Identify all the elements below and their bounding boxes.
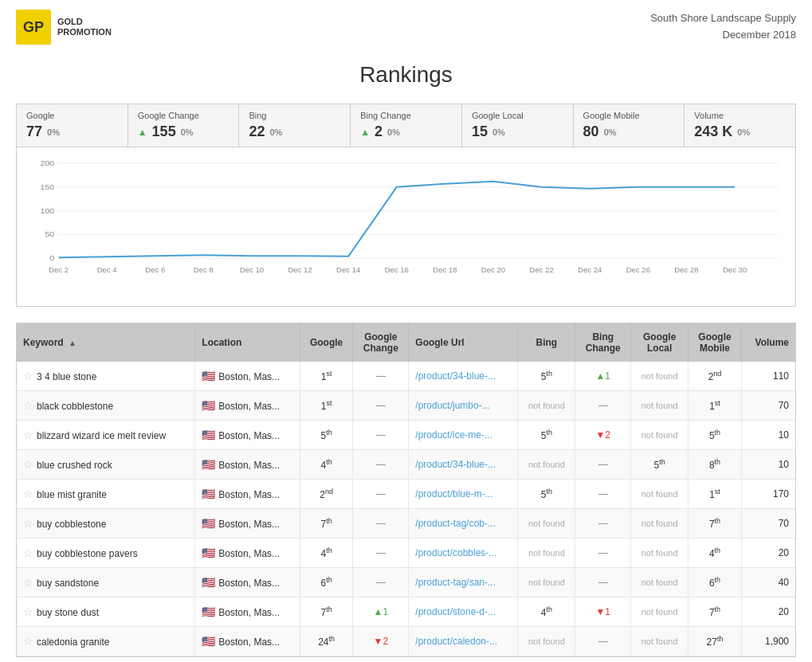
td-location-6: 🇺🇸Boston, Mas... xyxy=(195,539,300,568)
svg-text:Dec 22: Dec 22 xyxy=(529,266,553,274)
svg-text:Dec 4: Dec 4 xyxy=(97,266,117,274)
td-bing-change-5: — xyxy=(575,509,631,539)
svg-text:0: 0 xyxy=(49,253,54,262)
td-keyword-5: ☆buy cobblestone xyxy=(17,509,195,539)
google-local-not-found-1: not found xyxy=(641,401,678,410)
td-google-mobile-9: 27th xyxy=(688,627,742,656)
td-keyword-3: ☆blue crushed rock xyxy=(17,450,195,480)
stat-item-0: Google770% xyxy=(17,104,128,147)
flag-icon-6: 🇺🇸 xyxy=(202,546,215,559)
change-dash-2: — xyxy=(376,429,386,441)
svg-text:Dec 14: Dec 14 xyxy=(336,266,360,274)
td-google-url-3: /product/34-blue-... xyxy=(409,450,518,480)
change-dash-5: — xyxy=(376,518,386,529)
star-icon-6[interactable]: ☆ xyxy=(23,546,33,559)
logo-text: GOLD PROMOTION xyxy=(57,17,112,37)
google-local-not-found-9: not found xyxy=(641,637,678,646)
logo: GP GOLD PROMOTION xyxy=(16,10,112,45)
change-dash-6: — xyxy=(376,547,386,558)
td-keyword-0: ☆3 4 blue stone xyxy=(17,362,195,391)
change-dash-3: — xyxy=(376,459,386,470)
td-google-local-6: not found xyxy=(631,539,688,568)
td-location-3: 🇺🇸Boston, Mas... xyxy=(195,450,300,480)
svg-text:100: 100 xyxy=(40,206,54,215)
stat-item-5: Google Mobile800% xyxy=(574,104,685,147)
flag-icon-7: 🇺🇸 xyxy=(202,576,215,589)
star-icon-8[interactable]: ☆ xyxy=(23,605,33,618)
google-local-not-found-2: not found xyxy=(641,430,678,440)
svg-text:Dec 6: Dec 6 xyxy=(145,266,165,274)
table-row: ☆buy stone dust🇺🇸Boston, Mas...7th▲1/pro… xyxy=(17,597,795,627)
svg-text:Dec 20: Dec 20 xyxy=(481,266,505,274)
td-bing-change-9: — xyxy=(575,627,631,656)
star-icon-7[interactable]: ☆ xyxy=(23,576,33,589)
bing-not-found-1: not found xyxy=(528,401,565,410)
td-google-local-4: not found xyxy=(631,480,688,509)
td-google-local-0: not found xyxy=(631,362,688,391)
google-local-not-found-5: not found xyxy=(641,519,678,528)
td-google-local-3: 5th xyxy=(631,450,688,480)
td-bing-2: 5th xyxy=(518,421,575,450)
bing-not-found-9: not found xyxy=(528,637,565,646)
td-google-mobile-2: 5th xyxy=(688,421,742,450)
td-google-local-1: not found xyxy=(631,391,688,421)
td-bing-1: not found xyxy=(518,391,575,421)
stat-label-2: Bing xyxy=(249,111,340,120)
td-keyword-6: ☆buy cobblestone pavers xyxy=(17,539,195,568)
td-google-2: 5th xyxy=(300,421,353,450)
star-icon-1[interactable]: ☆ xyxy=(23,399,33,412)
flag-icon-8: 🇺🇸 xyxy=(202,605,215,618)
google-local-not-found-6: not found xyxy=(641,548,678,558)
td-location-0: 🇺🇸Boston, Mas... xyxy=(195,362,300,391)
flag-icon-4: 🇺🇸 xyxy=(202,488,215,500)
svg-text:150: 150 xyxy=(40,182,54,191)
star-icon-3[interactable]: ☆ xyxy=(23,458,33,471)
google-local-not-found-7: not found xyxy=(641,578,678,587)
star-icon-9[interactable]: ☆ xyxy=(23,635,33,648)
td-google-mobile-5: 7th xyxy=(688,509,742,539)
table-header-row: Keyword ▲ Location Google GoogleChange G… xyxy=(17,323,795,362)
star-icon-5[interactable]: ☆ xyxy=(23,517,33,530)
bing-not-found-6: not found xyxy=(528,548,565,558)
col-header-bing: Bing xyxy=(518,323,575,362)
flag-icon-9: 🇺🇸 xyxy=(202,635,215,648)
bing-change-dash-4: — xyxy=(598,488,608,499)
td-volume-7: 40 xyxy=(741,568,795,597)
td-bing-4: 5th xyxy=(518,480,575,509)
table-row: ☆3 4 blue stone🇺🇸Boston, Mas...1st—/prod… xyxy=(17,362,795,391)
bing-change-dash-9: — xyxy=(598,636,608,647)
td-google-change-5: — xyxy=(353,509,409,539)
td-google-change-0: — xyxy=(353,362,409,391)
col-header-volume: Volume xyxy=(741,323,795,362)
stat-item-2: Bing220% xyxy=(239,104,351,147)
company-name: South Shore Landscape Supply xyxy=(650,10,796,27)
td-google-mobile-6: 4th xyxy=(688,539,742,568)
star-icon-0[interactable]: ☆ xyxy=(23,370,33,382)
td-volume-8: 20 xyxy=(741,597,795,627)
td-keyword-1: ☆black cobblestone xyxy=(17,391,195,421)
change-down-icon-9: ▼2 xyxy=(374,636,389,647)
td-bing-change-3: — xyxy=(575,450,631,480)
td-google-1: 1st xyxy=(300,391,353,421)
td-google-mobile-3: 8th xyxy=(688,450,742,480)
star-icon-4[interactable]: ☆ xyxy=(23,488,33,500)
bing-change-dash-1: — xyxy=(598,400,608,411)
td-location-9: 🇺🇸Boston, Mas... xyxy=(195,627,300,656)
chart-container: 200 150 100 50 0 Dec 2 Dec 4 Dec 6 Dec 8… xyxy=(16,147,796,307)
col-header-google: Google xyxy=(300,323,353,362)
td-keyword-7: ☆buy sandstone xyxy=(17,568,195,597)
change-dash-7: — xyxy=(376,577,386,588)
td-google-url-9: /product/caledon-... xyxy=(409,627,518,656)
stat-change-3: 0% xyxy=(387,127,400,137)
td-google-local-8: not found xyxy=(631,597,688,627)
company-info: South Shore Landscape Supply December 20… xyxy=(650,10,796,44)
svg-text:Dec 16: Dec 16 xyxy=(385,266,409,274)
star-icon-2[interactable]: ☆ xyxy=(23,429,33,441)
bing-change-down-8: ▼1 xyxy=(595,606,610,617)
table-row: ☆blue crushed rock🇺🇸Boston, Mas...4th—/p… xyxy=(17,450,795,480)
td-bing-9: not found xyxy=(518,627,575,656)
bing-change-dash-6: — xyxy=(598,547,608,558)
stat-up-arrow-1: ▲ xyxy=(138,127,147,138)
change-up-icon-8: ▲1 xyxy=(374,606,389,617)
bing-change-dash-3: — xyxy=(598,459,608,470)
